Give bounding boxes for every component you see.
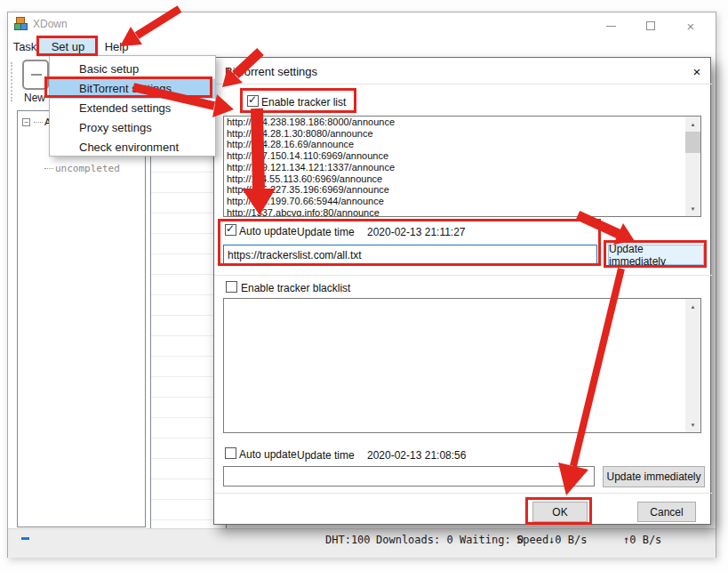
scrollbar[interactable]: ▲ ▼ <box>685 117 700 216</box>
enable-tracker-list-label: Enable tracker list <box>261 96 346 109</box>
divider <box>214 275 712 276</box>
blacklist-url-input[interactable] <box>223 466 595 487</box>
cancel-label: Cancel <box>650 506 683 519</box>
window-title: XDown <box>33 18 68 30</box>
tracker-auto-update-label: Auto update <box>239 225 297 237</box>
tracker-blacklist[interactable]: ▲ ▼ <box>223 298 701 433</box>
setup-dropdown-menu: Basic setup BitTorrent settings Extended… <box>49 55 216 157</box>
bittorrent-settings-dialog: BitTorrent settings × ✓ Enable tracker l… <box>213 57 711 525</box>
check-icon: ✓ <box>248 93 257 106</box>
app-logo-icon <box>14 17 28 31</box>
blacklist-update-time-label: Update time <box>297 449 355 462</box>
tracker-auto-update-checkbox[interactable]: ✓ <box>225 224 236 236</box>
maximize-icon <box>646 21 655 30</box>
tracker-update-time-value: 2020-02-13 21:11:27 <box>367 226 466 238</box>
dialog-close-button[interactable]: × <box>688 62 706 80</box>
tree-line <box>44 168 53 169</box>
scroll-up-icon[interactable]: ▲ <box>685 117 700 132</box>
toolbar-grip[interactable] <box>11 62 12 101</box>
tracker-url[interactable]: http://104.238.198.186:8000/announce <box>224 117 700 128</box>
tree-child-label: uncompleted <box>55 163 120 174</box>
minimize-icon <box>606 26 616 27</box>
enable-tracker-blacklist-label: Enable tracker blacklist <box>241 282 350 294</box>
tracker-url[interactable]: http://125.227.35.196:6969/announce <box>224 184 700 196</box>
minimize-button[interactable] <box>596 16 626 36</box>
ok-button[interactable]: OK <box>532 502 588 522</box>
menu-help[interactable]: Help <box>100 36 133 57</box>
tracker-url-list[interactable]: http://104.238.198.186:8000/announce htt… <box>223 116 701 217</box>
tracker-url[interactable]: http://1337.abcvg.info:80/announce <box>224 207 700 217</box>
tracker-url-input[interactable] <box>223 245 597 265</box>
tracker-url[interactable]: http://109.121.134.121:1337/announce <box>224 162 700 173</box>
blacklist-auto-update-label: Auto update <box>239 448 297 461</box>
tracker-url[interactable]: http://128.199.70.66:5944/announce <box>224 196 700 207</box>
blacklist-auto-update-checkbox[interactable] <box>225 447 236 459</box>
check-icon: ✓ <box>226 222 235 235</box>
cancel-button[interactable]: Cancel <box>637 502 696 522</box>
scroll-down-icon[interactable]: ▼ <box>685 417 700 432</box>
tree-line <box>34 122 43 123</box>
status-dht: DHT:100 <box>325 534 371 546</box>
menu-item-basic-setup[interactable]: Basic setup <box>50 60 215 79</box>
menu-item-proxy-settings[interactable]: Proxy settings <box>50 118 215 138</box>
status-downloads: Downloads: 0 Waiting: 0 <box>376 534 524 546</box>
scroll-thumb[interactable] <box>685 132 700 153</box>
menu-task[interactable]: Task <box>10 36 40 57</box>
menu-setup[interactable]: Set up <box>37 36 99 57</box>
tracker-update-now-label: Update immediately <box>609 243 703 268</box>
close-button[interactable]: × <box>676 16 706 36</box>
enable-tracker-blacklist-checkbox[interactable] <box>226 281 237 293</box>
status-speed-down: Speed↓0 B/s <box>516 534 587 546</box>
tracker-url[interactable]: http://104.28.1.30:8080/announce <box>224 128 700 140</box>
dialog-title: BitTorrent settings <box>225 65 317 78</box>
tracker-update-now-button[interactable]: Update immediately <box>608 245 704 265</box>
task-tree-panel: − A uncompleted <box>17 110 146 527</box>
maximize-button[interactable] <box>636 16 666 36</box>
menu-item-bittorrent-settings[interactable]: BitTorrent settings <box>50 79 215 99</box>
scroll-down-icon[interactable]: ▼ <box>685 201 700 216</box>
status-speed-up: ↑0 B/s <box>623 534 661 546</box>
screen: XDown × Task Set up Help New − A <box>0 0 728 571</box>
scrollbar[interactable]: ▲ ▼ <box>685 299 700 432</box>
menu-item-check-environment[interactable]: Check environment <box>50 138 215 157</box>
menu-item-extended-settings[interactable]: Extended settings <box>50 99 215 118</box>
collapse-icon[interactable]: − <box>22 118 30 126</box>
blacklist-update-time-value: 2020-02-13 21:08:56 <box>367 449 466 462</box>
tracker-url[interactable]: http://107.150.14.110:6969/announce <box>224 150 700 162</box>
tracker-url[interactable]: http://114.55.113.60:6969/announce <box>224 173 700 185</box>
tracker-update-time-label: Update time <box>297 226 355 238</box>
divider <box>214 493 712 494</box>
close-icon: × <box>693 64 701 79</box>
selection-dash <box>21 537 29 540</box>
status-bar: DHT:100 Downloads: 0 Waiting: 0 Speed↓0 … <box>8 528 716 558</box>
close-icon: × <box>687 20 695 33</box>
divider <box>214 84 712 84</box>
tracker-url[interactable]: http://104.28.16.69/announce <box>224 139 700 150</box>
tree-root-item[interactable]: − A <box>22 117 51 127</box>
title-bar[interactable]: XDown × <box>8 12 716 36</box>
blacklist-update-now-label: Update immediately <box>606 470 700 483</box>
tree-item-uncompleted[interactable]: uncompleted <box>43 163 120 174</box>
blacklist-update-now-button[interactable]: Update immediately <box>603 466 705 487</box>
ok-label: OK <box>552 506 567 519</box>
enable-tracker-list-checkbox[interactable]: ✓ <box>247 95 259 107</box>
scroll-up-icon[interactable]: ▲ <box>685 299 700 314</box>
new-task-icon <box>22 60 49 90</box>
